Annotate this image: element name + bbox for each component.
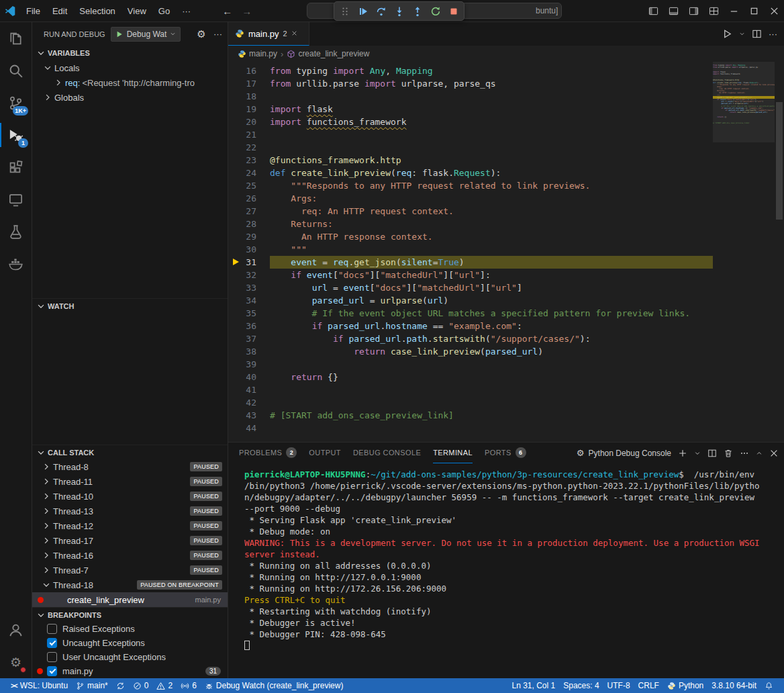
step-over-button[interactable] — [373, 3, 389, 19]
line-number[interactable]: 17 — [228, 77, 270, 90]
activity-docker[interactable] — [0, 248, 32, 280]
terminal-instance[interactable]: ⚙ Python Debug Console — [576, 449, 671, 458]
panel-tab-terminal[interactable]: TERMINAL — [433, 443, 473, 463]
panel-tab-ports[interactable]: PORTS6 — [485, 443, 526, 463]
panel-tab-debug-console[interactable]: DEBUG CONSOLE — [353, 443, 421, 463]
run-python-file-button[interactable] — [722, 29, 732, 39]
code-line[interactable]: """Responds to any HTTP request related … — [270, 179, 713, 192]
stack-frame-row[interactable]: create_link_previewmain.py — [32, 592, 228, 607]
line-number[interactable]: 20 — [228, 116, 270, 128]
code-line[interactable]: def create_link_preview(req: flask.Reque… — [270, 167, 713, 179]
tab-close-icon[interactable] — [291, 28, 302, 39]
debug-config-picker[interactable]: Debug Wat — [111, 27, 181, 42]
line-number[interactable]: 36 — [228, 320, 270, 332]
thread-row[interactable]: Thread-12PAUSED — [32, 518, 228, 533]
branch-status[interactable]: main* — [72, 678, 112, 693]
add-button[interactable] — [678, 449, 687, 458]
code-line[interactable]: return {} — [270, 371, 713, 383]
breakpoints-header[interactable]: BREAKPOINTS — [32, 607, 228, 622]
variable-row[interactable]: req: <Request 'http://charming-tro — [32, 75, 228, 90]
breakpoint-checkbox[interactable] — [47, 624, 57, 634]
editor-scrollbar[interactable] — [775, 62, 784, 442]
call-stack-header[interactable]: CALL STACK — [32, 445, 228, 459]
watch-header[interactable]: WATCH — [32, 298, 228, 313]
line-number[interactable]: 24 — [228, 167, 270, 179]
breadcrumb-item[interactable]: main.py — [238, 49, 277, 58]
code-line[interactable] — [270, 383, 713, 396]
panel-tab-problems[interactable]: PROBLEMS2 — [239, 443, 297, 463]
code-line[interactable]: if parsed_url.hostname == "example.com": — [270, 320, 713, 332]
layout-sidebar-right-button[interactable] — [683, 0, 703, 22]
continue-button[interactable] — [354, 3, 371, 19]
code-line[interactable]: from typing import Any, Mapping — [270, 64, 713, 77]
code-line[interactable]: import functions_framework — [270, 116, 713, 128]
code-line[interactable] — [270, 90, 713, 103]
forward-button[interactable]: → — [242, 5, 252, 17]
breakpoint-row[interactable]: User Uncaught Exceptions — [32, 650, 228, 664]
line-number[interactable]: 43 — [228, 409, 270, 422]
code-line[interactable]: url = event["docs"]["matchedUrl"]["url"] — [270, 281, 713, 294]
code-line[interactable] — [270, 422, 713, 434]
cursor-position[interactable]: Ln 31, Col 1 — [507, 678, 559, 693]
step-out-button[interactable] — [409, 3, 426, 19]
minimize-button[interactable] — [724, 0, 744, 22]
indentation[interactable]: Spaces: 4 — [559, 678, 603, 693]
thread-row[interactable]: Thread-10PAUSED — [32, 489, 228, 504]
minimap[interactable]: from typing import Any, Mappingfrom urll… — [713, 62, 775, 442]
code-editor[interactable]: 1617181920212223242526272829303132333435… — [228, 62, 784, 442]
eol[interactable]: CRLF — [634, 678, 663, 693]
debug-status[interactable]: Debug Watch (create_link_preview) — [201, 678, 348, 693]
line-number[interactable]: 22 — [228, 141, 270, 154]
code-line[interactable]: req: An HTTP request context. — [270, 205, 713, 218]
split-editor-button[interactable] — [752, 29, 762, 39]
thread-row[interactable]: Thread-8PAUSED — [32, 459, 228, 474]
line-number[interactable]: 34 — [228, 294, 270, 307]
line-number[interactable]: 23 — [228, 154, 270, 167]
notifications[interactable] — [761, 678, 777, 693]
close-button[interactable] — [764, 0, 784, 22]
breakpoint-row[interactable]: Raised Exceptions — [32, 622, 228, 636]
line-number[interactable]: 19 — [228, 103, 270, 116]
line-number[interactable]: 30 — [228, 243, 270, 256]
gear-icon[interactable]: ⚙ — [196, 29, 207, 40]
run-options-chevron-icon[interactable] — [739, 29, 745, 39]
line-number[interactable]: 16 — [228, 64, 270, 77]
code-line[interactable]: event = req.get_json(silent=True) — [270, 256, 713, 269]
stop-button[interactable] — [445, 3, 462, 19]
menu-item[interactable]: Go — [152, 0, 176, 22]
python-interpreter[interactable]: 3.8.10 64-bit — [707, 678, 761, 693]
line-number[interactable]: 39 — [228, 358, 270, 371]
breakpoint-row[interactable]: main.py31 — [32, 664, 228, 678]
encoding[interactable]: UTF-8 — [603, 678, 634, 693]
line-number[interactable]: 33 — [228, 281, 270, 294]
breadcrumb-item[interactable]: create_link_preview — [287, 49, 369, 58]
code-line[interactable]: # If the event object URL matches a spec… — [270, 307, 713, 320]
breakpoint-checkbox[interactable] — [47, 666, 57, 676]
layout-sidebar-button[interactable] — [643, 0, 663, 22]
maximize-button[interactable] — [744, 0, 764, 22]
code-line[interactable]: import flask — [270, 103, 713, 116]
code-line[interactable]: # [START add_ons_case_preview_link] — [270, 409, 713, 422]
activity-settings[interactable]: ⚙ — [0, 646, 32, 678]
code-line[interactable]: An HTTP response context. — [270, 230, 713, 243]
code-line[interactable] — [270, 141, 713, 154]
thread-row[interactable]: Thread-16PAUSED — [32, 548, 228, 563]
chev-up-button[interactable] — [756, 450, 763, 457]
layout-grid-button[interactable] — [703, 0, 724, 22]
chev-down-button[interactable] — [694, 450, 701, 457]
variable-row[interactable]: Globals — [32, 90, 228, 105]
line-number[interactable]: 35 — [228, 307, 270, 320]
code-line[interactable]: parsed_url = urlparse(url) — [270, 294, 713, 307]
line-number[interactable]: 42 — [228, 396, 270, 409]
back-button[interactable]: ← — [222, 5, 232, 17]
line-number[interactable]: 21 — [228, 128, 270, 141]
menu-item[interactable]: View — [121, 0, 152, 22]
sync-status[interactable] — [112, 678, 129, 693]
code-line[interactable]: from urllib.parse import urlparse, parse… — [270, 77, 713, 90]
line-number[interactable]: 38 — [228, 345, 270, 358]
variable-row[interactable]: Locals — [32, 60, 228, 75]
code-line[interactable] — [270, 128, 713, 141]
more-actions-icon[interactable]: ··· — [213, 29, 222, 39]
close-button[interactable] — [769, 449, 779, 458]
menu-item[interactable]: ··· — [176, 0, 197, 22]
